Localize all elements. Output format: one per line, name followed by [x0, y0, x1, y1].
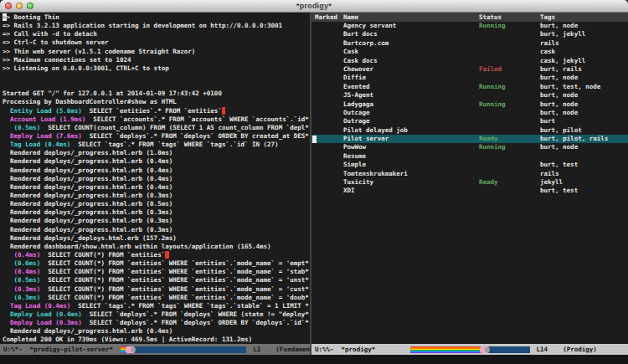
- log-text: SELECT COUNT(*) FROM `entities` WHERE `e…: [40, 259, 309, 267]
- log-text: SELECT COUNT(*) FROM `entities` WHERE `e…: [40, 276, 309, 284]
- log-line: Completed 200 OK in 739ms (Views: 469.5m…: [3, 336, 310, 344]
- log-line: Rendered deploys/_progress.html.erb (0.3…: [3, 192, 310, 200]
- left-modeline[interactable]: U:%*- *prodigy-pilot-server* L1 (Fundame…: [0, 344, 310, 355]
- process-name: XDI: [343, 187, 479, 195]
- log-text: (0.3ms): [3, 285, 40, 293]
- process-row[interactable]: PowWowRunningburt, node: [311, 143, 628, 151]
- right-modeline[interactable]: U:%%- *prodigy* L14 (Prodigy): [311, 344, 628, 355]
- process-row[interactable]: Outrageburt: [311, 117, 628, 126]
- echo-area: [0, 355, 628, 364]
- process-row[interactable]: Cask docscask, jekyll: [311, 57, 628, 65]
- process-tags: burt, node: [540, 100, 628, 109]
- process-list[interactable]: Agency servantRunningburt, nodeBurt docs…: [311, 22, 628, 344]
- process-tags: burt, test: [540, 187, 628, 195]
- zoom-button[interactable]: [27, 3, 33, 9]
- emacs-frame: => Booting Thin=> Rails 3.2.13 applicati…: [0, 13, 628, 355]
- log-line: (0.6ms) SELECT COUNT(*) FROM `entities` …: [3, 259, 310, 268]
- process-row[interactable]: Pilot delayed jobburt, pilot: [311, 126, 628, 135]
- process-row[interactable]: LadygagaRunningburt, node: [311, 100, 628, 109]
- log-text: Rendered deploys/_progress.html.erb (0.3…: [3, 192, 172, 199]
- log-text: SELECT `deploys`.* FROM `deploys` WHERE …: [82, 310, 309, 318]
- log-line: => Rails 3.2.13 application starting in …: [3, 22, 310, 30]
- log-line: Tag Load (0.4ms) SELECT `tags`.* FROM `t…: [3, 302, 310, 310]
- process-name: Outcage: [343, 109, 479, 117]
- process-row[interactable]: Resume: [311, 152, 628, 161]
- log-line: Rendered deploys/_progress.html.erb (0.4…: [3, 167, 310, 175]
- log-line: Rendered deploys/_deploys.html.erb (157.…: [3, 234, 310, 243]
- modeline-major-mode: (Prodigy): [563, 346, 597, 353]
- log-line: (0.4ms) SELECT COUNT(*) FROM `entities` …: [3, 268, 310, 276]
- process-row[interactable]: Burtcorp.comrails: [311, 39, 628, 48]
- process-name: PowWow: [343, 143, 479, 151]
- process-tags: rails: [540, 170, 628, 178]
- log-text: Deploy Load (0.3ms): [3, 319, 82, 326]
- log-text: Rendered deploys/_progress.html.erb (0.4…: [3, 167, 172, 174]
- log-text: SELECT `tags`.* FROM `tags` WHERE `tags`…: [70, 141, 278, 148]
- log-line: >> Listening on 0.0.0.0:3001, CTRL+C to …: [3, 64, 310, 73]
- log-text: SELECT COUNT(*) FROM `entities` WHERE `e…: [40, 268, 309, 275]
- process-tags: burt, test, node: [540, 83, 628, 91]
- process-tags: rails: [540, 39, 628, 48]
- process-tags: burt, node: [540, 143, 628, 151]
- log-text: Rendered deploys/_progress.html.erb (0.5…: [3, 200, 172, 208]
- process-name: Tomtenskrukmakeri: [343, 170, 479, 178]
- log-text: Rendered deploys/_progress.html.erb (0.4…: [3, 183, 172, 191]
- process-status: Ready: [479, 135, 540, 143]
- process-row[interactable]: Agency servantRunningburt, node: [311, 22, 628, 30]
- marked-cell: [315, 135, 343, 143]
- log-text: (0.5ms): [3, 124, 40, 131]
- process-row[interactable]: ChewoverFailedburt, rails: [311, 65, 628, 74]
- log-text: SELECT COUNT(count_column) FROM (SELECT …: [40, 124, 309, 131]
- minimize-button[interactable]: [16, 3, 23, 9]
- process-status: Running: [479, 22, 540, 30]
- process-name: JS-Agent: [343, 91, 479, 100]
- log-text: (0.4ms): [3, 268, 40, 275]
- process-row[interactable]: XDIburt, test: [311, 187, 628, 195]
- process-row[interactable]: TuxicityReadyjekyll: [311, 178, 628, 187]
- marked-indicator-icon: [312, 136, 317, 143]
- log-text: => Rails 3.2.13 application starting in …: [3, 22, 282, 29]
- process-tags: burt: [540, 117, 628, 126]
- process-row[interactable]: Pilot serverReadyburt, pilot, rails: [311, 135, 628, 143]
- process-status: Running: [479, 83, 540, 91]
- log-text: Entity Load (5.6ms): [3, 107, 82, 115]
- window-titlebar[interactable]: *prodigy*: [0, 0, 628, 13]
- log-line: Rendered deploys/_progress.html.erb (0.3…: [3, 226, 310, 234]
- server-log-pane: => Booting Thin=> Rails 3.2.13 applicati…: [0, 13, 310, 355]
- log-text: => Call with -d to detach: [3, 30, 97, 38]
- process-row[interactable]: JS-Agentburt, node: [311, 91, 628, 100]
- process-row[interactable]: Outcageburt, node: [311, 109, 628, 117]
- process-name: Simple: [343, 161, 479, 169]
- log-line: Started GET "/" for 127.0.0.1 at 2014-01…: [3, 90, 310, 98]
- close-button[interactable]: [5, 3, 12, 9]
- log-line: Deploy Load (0.3ms) SELECT `deploys`.* F…: [3, 319, 310, 327]
- left-pane-log[interactable]: => Booting Thin=> Rails 3.2.13 applicati…: [0, 13, 310, 344]
- log-text: SELECT COUNT(*) FROM `entities`: [40, 251, 165, 259]
- process-row[interactable]: Caskcask: [311, 48, 628, 56]
- process-row[interactable]: EventedRunningburt, test, node: [311, 83, 628, 91]
- log-text: Completed 200 OK in 739ms (Views: 469.5m…: [3, 336, 252, 343]
- process-tags: burt, test: [540, 161, 628, 169]
- log-line: Rendered deploys/_progress.html.erb (0.3…: [3, 217, 310, 225]
- process-row[interactable]: Burt docsburt, jekyll: [311, 30, 628, 38]
- log-text: SELECT COUNT(*) FROM `entities` WHERE `e…: [40, 294, 309, 301]
- log-text: SELECT `entities`.* FROM `entities`: [82, 107, 222, 115]
- process-name: Ladygaga: [343, 100, 479, 109]
- log-line: Account Load (1.9ms) SELECT `accounts`.*…: [3, 115, 310, 124]
- process-tags: burt, node: [540, 74, 628, 82]
- log-text: Deploy Load (0.4ms): [3, 310, 82, 318]
- nyan-progress-bar: [121, 346, 246, 353]
- column-header-name: Name: [343, 13, 479, 21]
- log-line: (0.4ms) SELECT COUNT(*) FROM `entities`: [3, 251, 310, 259]
- process-status: Running: [479, 100, 540, 109]
- log-text: >> Maximum connections set to 1024: [3, 56, 131, 64]
- process-row[interactable]: Tomtenskrukmakerirails: [311, 170, 628, 178]
- log-text: Rendered deploys/_deploys.html.erb (157.…: [3, 234, 177, 242]
- process-status: Ready: [479, 178, 540, 187]
- process-row[interactable]: Simpleburt, test: [311, 161, 628, 169]
- process-row[interactable]: Diffieburt, node: [311, 74, 628, 82]
- modeline-line-number: L14: [537, 346, 548, 353]
- process-name: Resume: [343, 152, 479, 161]
- column-header-tags: Tags: [540, 13, 628, 21]
- log-line: (0.3ms) SELECT COUNT(*) FROM `entities` …: [3, 285, 310, 294]
